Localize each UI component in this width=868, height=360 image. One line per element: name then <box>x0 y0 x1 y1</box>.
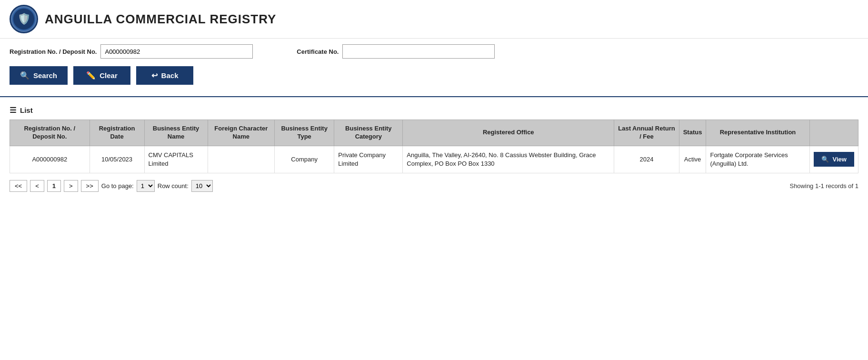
cell-rep-institution: Fortgate Corporate Services (Anguilla) L… <box>706 146 809 173</box>
cell-foreign-name <box>208 146 274 173</box>
prev-page-button[interactable]: < <box>30 180 44 192</box>
col-status: Status <box>679 120 706 146</box>
col-entity-type: Business Entity Type <box>275 120 334 146</box>
cell-reg-date: 10/05/2023 <box>90 146 144 173</box>
form-row-1: Registration No. / Deposit No. Certifica… <box>10 44 858 59</box>
search-icon: 🔍 <box>20 71 30 80</box>
list-section: ☰ List Registration No. / Deposit No. Re… <box>0 101 868 201</box>
cert-no-input[interactable] <box>342 44 495 59</box>
current-page: 1 <box>47 180 61 192</box>
page-title: ANGUILLA COMMERCIAL REGISTRY <box>45 12 276 27</box>
next-page-button[interactable]: > <box>64 180 78 192</box>
list-icon: ☰ <box>10 106 16 115</box>
back-button[interactable]: ↩ Back <box>136 66 193 85</box>
results-table: Registration No. / Deposit No. Registrat… <box>10 120 858 173</box>
clear-button[interactable]: ✏️ Clear <box>73 66 130 85</box>
section-divider <box>0 96 868 97</box>
list-header: ☰ List <box>10 106 858 115</box>
view-button[interactable]: 🔍 View <box>814 152 854 167</box>
view-icon: 🔍 <box>821 156 829 163</box>
go-to-page-select[interactable]: 1 <box>137 180 155 192</box>
table-row: A000000982 10/05/2023 CMV CAPITALS Limit… <box>10 146 858 173</box>
cell-action[interactable]: 🔍 View <box>809 146 858 173</box>
last-page-button[interactable]: >> <box>81 180 99 192</box>
row-count-label: Row count: <box>158 182 189 190</box>
col-last-annual: Last Annual Return / Fee <box>614 120 679 146</box>
cell-entity-type: Company <box>275 146 334 173</box>
reg-no-group: Registration No. / Deposit No. <box>10 44 253 59</box>
page-header: 🛡️ ANGUILLA COMMERCIAL REGISTRY <box>0 0 868 39</box>
cert-no-label: Certificate No. <box>262 48 339 55</box>
cell-status: Active <box>679 146 706 173</box>
logo: 🛡️ <box>10 5 38 33</box>
button-row: 🔍 Search ✏️ Clear ↩ Back <box>10 63 858 88</box>
list-header-label: List <box>20 106 33 114</box>
cell-entity-name: CMV CAPITALS Limited <box>144 146 208 173</box>
cell-reg-office: Anguilla, The Valley, AI-2640, No. 8 Cas… <box>403 146 614 173</box>
col-action <box>809 120 858 146</box>
col-rep-institution: Representative Institution <box>706 120 809 146</box>
search-button-label: Search <box>33 71 57 80</box>
pagination-row: << < 1 > >> Go to page: 1 Row count: 10 … <box>10 175 858 197</box>
col-entity-name: Business Entity Name <box>144 120 208 146</box>
col-reg-no: Registration No. / Deposit No. <box>10 120 90 146</box>
cell-entity-category: Private Company Limited <box>334 146 403 173</box>
logo-icon: 🛡️ <box>18 13 30 25</box>
view-button-label: View <box>833 156 847 163</box>
reg-no-input[interactable] <box>100 44 253 59</box>
table-wrapper: Registration No. / Deposit No. Registrat… <box>10 120 858 173</box>
first-page-button[interactable]: << <box>10 180 27 192</box>
col-foreign-name: Foreign Character Name <box>208 120 274 146</box>
search-button[interactable]: 🔍 Search <box>10 66 68 85</box>
reg-no-label: Registration No. / Deposit No. <box>10 48 97 55</box>
col-entity-category: Business Entity Category <box>334 120 403 146</box>
cell-last-annual: 2024 <box>614 146 679 173</box>
row-count-select[interactable]: 10 25 50 <box>191 180 213 192</box>
clear-icon: ✏️ <box>86 71 96 80</box>
cert-no-group: Certificate No. <box>262 44 495 59</box>
back-icon: ↩ <box>151 71 158 80</box>
col-reg-date: Registration Date <box>90 120 144 146</box>
table-header-row: Registration No. / Deposit No. Registrat… <box>10 120 858 146</box>
pagination-controls: << < 1 > >> Go to page: 1 Row count: 10 … <box>10 180 213 192</box>
cell-reg-no: A000000982 <box>10 146 90 173</box>
go-to-label: Go to page: <box>101 182 134 190</box>
back-button-label: Back <box>161 71 179 80</box>
col-reg-office: Registered Office <box>403 120 614 146</box>
showing-text: Showing 1-1 records of 1 <box>789 182 858 190</box>
clear-button-label: Clear <box>100 71 118 80</box>
search-area: Registration No. / Deposit No. Certifica… <box>0 39 868 92</box>
